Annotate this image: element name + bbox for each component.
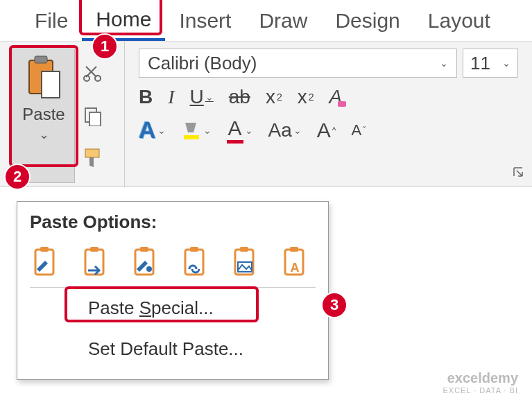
clipboard-arrow-icon: [80, 245, 110, 279]
callout-badge-1: 1: [92, 33, 118, 60]
paste-button[interactable]: Paste ⌄: [12, 49, 75, 183]
grow-font-button[interactable]: A^: [317, 119, 336, 142]
highlight-button[interactable]: ⌄: [181, 120, 212, 141]
svg-rect-6: [89, 112, 101, 126]
paintbrush-icon: [81, 146, 105, 170]
chevron-down-icon: ⌄: [157, 125, 166, 136]
paste-image-button[interactable]: [230, 245, 260, 279]
tab-home[interactable]: Home: [82, 1, 165, 41]
paste-picture-button[interactable]: [130, 245, 160, 279]
clipboard-text-icon: A: [280, 245, 310, 279]
tab-draw[interactable]: Draw: [245, 2, 321, 40]
format-painter-button[interactable]: [79, 144, 107, 172]
dialog-launcher-icon: [513, 166, 525, 179]
subscript-button[interactable]: x2: [266, 86, 282, 108]
svg-rect-9: [184, 135, 199, 139]
svg-rect-1: [35, 56, 47, 63]
cut-button[interactable]: [79, 60, 107, 87]
underline-button[interactable]: U⌄: [190, 86, 214, 108]
svg-rect-23: [290, 247, 298, 252]
paste-options-popup: Paste Options: A Paste Special... 3 Set …: [17, 201, 329, 380]
clipboard-image-icon: [230, 245, 260, 279]
chevron-down-icon: ⌄: [203, 125, 212, 136]
font-size-select[interactable]: 11 ⌄: [463, 49, 518, 78]
paste-options-icons: A: [30, 245, 316, 288]
change-case-button[interactable]: Aa ⌄: [268, 119, 302, 141]
tab-home-label: Home: [96, 8, 151, 31]
svg-rect-2: [42, 71, 60, 98]
caret-up-icon: ^: [332, 125, 336, 135]
svg-text:A: A: [291, 261, 300, 275]
tab-design[interactable]: Design: [321, 2, 413, 40]
shrink-font-button[interactable]: Aˇ: [351, 121, 366, 139]
paste-text-only-button[interactable]: A: [280, 245, 310, 279]
chevron-down-icon: ⌄: [440, 58, 448, 69]
caret-down-icon: ˇ: [363, 125, 366, 135]
bold-button[interactable]: B: [139, 86, 153, 108]
ribbon: Paste ⌄ Calibri (Body) ⌄ 11 ⌄: [0, 42, 532, 187]
clipboard-paste-icon: [25, 55, 62, 101]
svg-rect-8: [338, 101, 346, 107]
paste-link-button[interactable]: [180, 245, 210, 279]
chevron-down-icon: ⌄: [502, 58, 510, 69]
tab-layout[interactable]: Layout: [414, 2, 504, 40]
svg-rect-17: [185, 250, 203, 275]
chevron-down-icon: ⌄: [293, 125, 302, 136]
callout-badge-3: 3: [321, 292, 347, 318]
paste-special-item[interactable]: Paste Special... 3: [71, 288, 316, 329]
font-color-button[interactable]: A ⌄: [227, 116, 253, 144]
italic-button[interactable]: I: [168, 86, 174, 108]
svg-rect-20: [240, 247, 248, 252]
svg-point-16: [146, 266, 152, 272]
chevron-down-icon: ⌄: [245, 125, 253, 136]
eraser-icon: [336, 98, 347, 110]
set-default-paste-item[interactable]: Set Default Paste...: [71, 329, 316, 370]
clipboard-brush-icon: [30, 245, 60, 279]
chevron-down-icon: ⌄: [39, 127, 49, 142]
font-size-value: 11: [470, 53, 490, 74]
svg-rect-18: [190, 247, 198, 252]
font-group: Calibri (Body) ⌄ 11 ⌄ B I U⌄ ab x2 x2 A …: [125, 42, 532, 187]
svg-rect-15: [140, 247, 148, 252]
clipboard-link-icon: [180, 245, 210, 279]
svg-rect-13: [90, 247, 98, 252]
svg-rect-7: [85, 149, 99, 157]
clear-formatting-button[interactable]: A: [329, 86, 343, 108]
highlighter-icon: [181, 120, 202, 141]
font-family-value: Calibri (Body): [148, 53, 257, 74]
scissors-icon: [83, 63, 103, 84]
ribbon-tabs: File Home Insert Draw Design Layout: [0, 0, 532, 42]
strikethrough-button[interactable]: ab: [229, 86, 250, 108]
superscript-button[interactable]: x2: [298, 86, 314, 108]
svg-point-4: [95, 76, 101, 81]
chevron-down-icon: ⌄: [205, 92, 214, 103]
font-dialog-launcher[interactable]: [513, 166, 525, 182]
tab-insert[interactable]: Insert: [165, 2, 245, 40]
clipboard-mini-buttons: [75, 49, 111, 183]
tab-file[interactable]: File: [21, 2, 82, 40]
callout-badge-2: 2: [4, 164, 31, 190]
copy-button[interactable]: [79, 102, 107, 130]
copy-icon: [83, 105, 103, 126]
svg-rect-11: [40, 247, 49, 252]
paste-label: Paste: [22, 105, 65, 124]
paste-keep-source-button[interactable]: [30, 245, 60, 279]
font-family-select[interactable]: Calibri (Body) ⌄: [139, 49, 457, 78]
paste-merge-button[interactable]: [80, 245, 110, 279]
paste-options-title: Paste Options:: [30, 211, 316, 233]
clipboard-paint-icon: [130, 245, 160, 279]
text-effects-button[interactable]: A ⌄: [139, 116, 166, 144]
watermark: exceldemy EXCEL · DATA · BI: [443, 370, 519, 395]
